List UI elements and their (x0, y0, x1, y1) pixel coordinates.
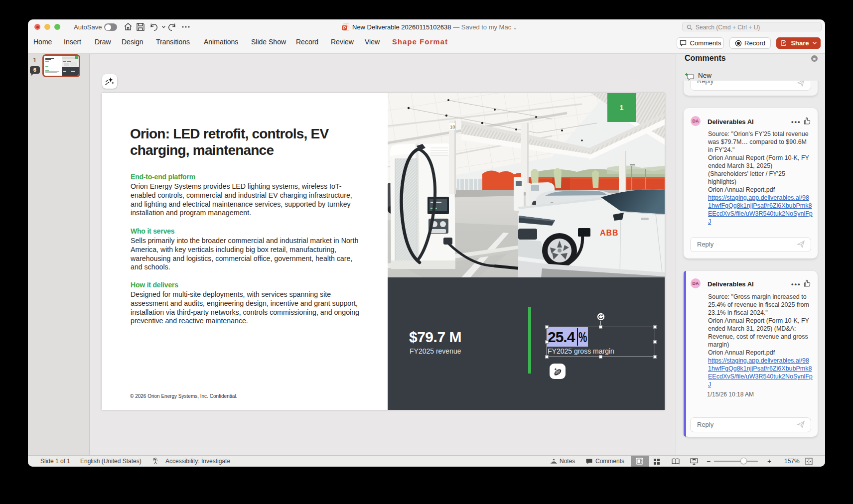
svg-text:ABB: ABB (600, 229, 619, 237)
svg-text:10: 10 (450, 124, 455, 129)
svg-text:P: P (343, 25, 346, 30)
